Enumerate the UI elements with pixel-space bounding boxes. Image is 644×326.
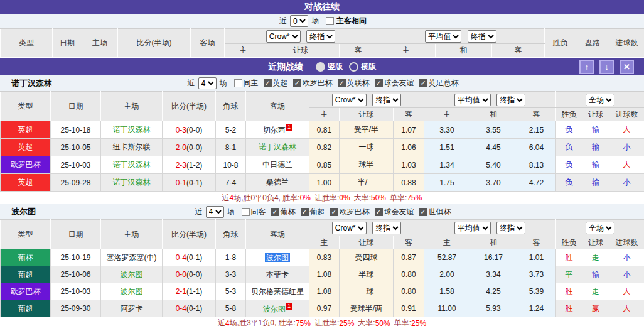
league-filter-checkbox-club-wc[interactable] <box>419 208 427 216</box>
league-badge: 英超 <box>1 139 51 156</box>
h2h-table: 类型 日期 主场 比分(半场) 客场 Crow* 终指 平均值 终指 胜负 盘路… <box>0 28 644 57</box>
result-goals: 大 <box>609 121 644 139</box>
porto-odds-time-select[interactable]: 终指 <box>372 222 401 234</box>
league-filter-checkbox-epl[interactable] <box>264 79 272 87</box>
col-goals: 进球数 <box>609 29 644 57</box>
h2h-average-select[interactable]: 平均值 <box>425 30 461 43</box>
forest-scope-select[interactable]: 全场 <box>586 94 614 106</box>
forest-bookmaker-select[interactable]: Crow* <box>332 94 367 106</box>
sub-away: 客 <box>394 108 424 121</box>
porto-rounds-select[interactable]: 4 <box>206 206 224 218</box>
h2h-rounds-select[interactable]: 0 <box>290 15 308 27</box>
league-filter-checkbox-pt-liga[interactable] <box>301 208 309 216</box>
league-filter-checkbox-efl-cup[interactable] <box>338 79 346 87</box>
corner-count: 5-8 <box>216 300 246 317</box>
forest-average-select[interactable]: 平均值 <box>454 94 491 106</box>
away-team: 桑德兰 <box>246 174 309 192</box>
away-team-name: 切尔西 <box>263 126 286 134</box>
horizontal-layout-radio[interactable] <box>349 62 358 72</box>
avg-draw-odds: 3.34 <box>470 266 517 283</box>
league-filter-checkbox-europa[interactable] <box>330 208 338 216</box>
h2h-title: 对战往绩 <box>304 1 340 13</box>
avg-home-odds: 1.75 <box>424 174 470 192</box>
avg-home-odds: 3.30 <box>424 121 470 139</box>
league-filter-label: 葡杯 <box>281 207 296 217</box>
h2h-odds-time-select[interactable]: 终指 <box>306 30 335 43</box>
away-team: 波尔图 <box>246 249 309 266</box>
panel-up-button[interactable]: ↑ <box>579 60 594 74</box>
league-filter-checkbox-friendly[interactable] <box>375 208 383 216</box>
vertical-layout-radio[interactable] <box>316 62 325 72</box>
away-odds: 0.91 <box>394 300 424 317</box>
league-filter-checkbox-fa-cup[interactable] <box>419 79 427 87</box>
result-goals: 小 <box>609 266 644 283</box>
col-home: 主场 <box>82 29 118 57</box>
corner-count: 5-3 <box>216 283 246 300</box>
same-away-checkbox[interactable] <box>242 208 250 216</box>
porto-bookmaker-select[interactable]: Crow* <box>332 222 367 234</box>
same-away-label: 同客 <box>251 207 266 217</box>
handicap-line: 受平/半 <box>340 121 394 139</box>
league-filter-checkbox-friendly[interactable] <box>375 79 383 87</box>
league-filter-label: 欧罗巴杯 <box>303 78 333 89</box>
over-rate-value: 50% <box>371 193 386 202</box>
same-home-checkbox[interactable] <box>234 79 242 87</box>
result-winlose: 负 <box>556 121 582 139</box>
over-rate-label: 大率: <box>358 318 375 326</box>
result-goals: 小 <box>609 249 644 266</box>
match-date: 25-09-30 <box>51 300 101 317</box>
forest-avg-time-select[interactable]: 终指 <box>496 94 525 106</box>
league-filter-checkbox-pt-cup[interactable] <box>271 208 279 216</box>
score-cell: 0-4(0-1) <box>163 249 216 266</box>
forest-odds-time-select[interactable]: 终指 <box>372 94 401 106</box>
col-away: 客场 <box>191 29 225 57</box>
halftime-score: (0-1) <box>186 304 202 313</box>
porto-scope-select[interactable]: 全场 <box>586 222 614 234</box>
over-rate-label: 大率: <box>354 193 371 204</box>
col-type: 类型 <box>1 220 51 249</box>
halftime-score: (0-1) <box>186 253 202 262</box>
league-filter-label: 葡超 <box>310 207 325 217</box>
handicap-line: 半球 <box>340 266 394 283</box>
forest-rounds-select[interactable]: 4 <box>198 77 217 89</box>
home-team: 诺丁汉森林 <box>101 156 163 174</box>
forest-summary: 近4场,胜0平0负4, 胜率:0% 让胜率:0% 大率:50% 单率:75% <box>0 192 644 204</box>
porto-filter-row: 波尔图 近 4 场 同客 葡杯 葡超 欧罗巴杯 球会友谊 世俱杯 <box>0 204 644 219</box>
handicap-rate-value: 25% <box>339 319 354 326</box>
handicap-line: 一球 <box>340 283 394 300</box>
league-badge: 葡杯 <box>1 249 51 266</box>
match-row: 英超 25-09-28 诺丁汉森林 0-1(0-1) 7-4 桑德兰 1.00 … <box>1 174 644 192</box>
over-rate-value: 50% <box>375 319 390 326</box>
odds-source-group: Crow* 终指 <box>225 29 377 44</box>
same-home-away-checkbox[interactable] <box>326 17 334 25</box>
home-team: 纽卡斯尔联 <box>101 139 163 156</box>
avg-draw-odds: 5.40 <box>470 156 517 174</box>
home-team: 阿罗卡 <box>101 300 163 317</box>
avg-odds-group: 平均值 终指 <box>424 220 556 236</box>
col-result: 胜负 <box>545 29 576 57</box>
panel-close-button[interactable]: ✕ <box>620 60 634 74</box>
home-odds: 0.97 <box>309 300 340 317</box>
corner-count: 1-8 <box>216 249 246 266</box>
score-cell: 0-3(0-0) <box>163 121 216 139</box>
match-records-panel: 对战往绩 近 0 场 主客相同 类型 日期 主场 比分(半场) 客场 Crow*… <box>0 0 644 326</box>
sub-handicap: 让球 <box>340 236 394 249</box>
league-filter-checkbox-europa[interactable] <box>293 79 301 87</box>
sub-avg-draw: 和 <box>470 236 517 249</box>
match-date: 25-10-03 <box>51 283 101 300</box>
panel-down-button[interactable]: ↓ <box>599 60 614 74</box>
score-cell: 2-0(0-0) <box>163 139 216 156</box>
h2h-bookmaker-select[interactable]: Crow* <box>266 30 301 43</box>
result-winlose: 负 <box>556 174 582 192</box>
away-odds: 0.87 <box>394 249 424 266</box>
col-type: 类型 <box>1 29 53 57</box>
result-handicap: 输 <box>582 156 609 174</box>
result-handicap: 输 <box>582 139 609 156</box>
match-date: 25-10-18 <box>51 121 101 139</box>
col-away: 客场 <box>246 92 309 121</box>
h2h-avg-time-select[interactable]: 终指 <box>468 30 496 43</box>
away-odds: 0.88 <box>394 174 424 192</box>
porto-avg-time-select[interactable]: 终指 <box>496 222 525 234</box>
porto-average-select[interactable]: 平均值 <box>454 222 491 234</box>
fulltime-score: 0-1 <box>176 178 186 187</box>
